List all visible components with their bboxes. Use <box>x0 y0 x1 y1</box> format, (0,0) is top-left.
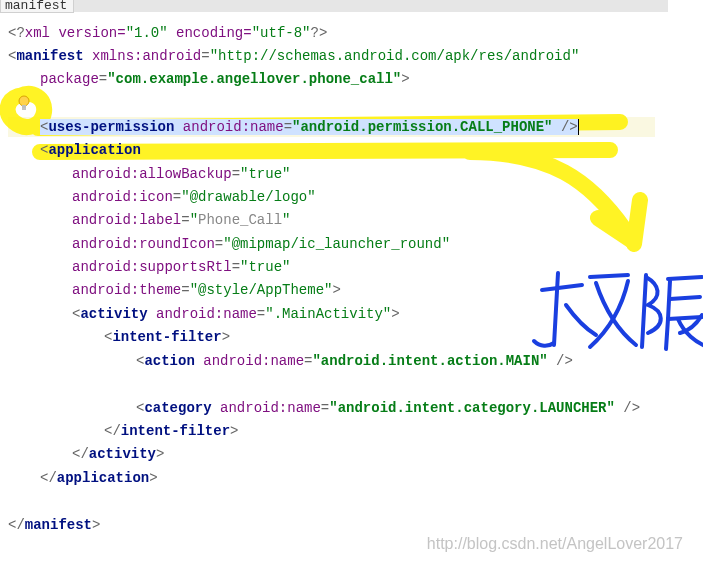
xml-declaration: <?xml version="1.0" encoding="utf-8"?> <box>8 22 327 45</box>
activity-open-tag: <activity android:name=".MainActivity"> <box>72 303 400 326</box>
svg-rect-1 <box>22 105 26 108</box>
uses-permission-line: <uses-permission android:name="android.p… <box>40 116 579 139</box>
manifest-open-tag: <manifest xmlns:android="http://schemas.… <box>8 45 579 68</box>
manifest-close: </manifest> <box>8 514 100 537</box>
attr-label: android:label="Phone_Call" <box>72 209 290 232</box>
activity-close: </activity> <box>72 443 164 466</box>
tab-bar <box>0 0 668 12</box>
text-caret <box>578 119 579 135</box>
svg-point-0 <box>19 96 29 106</box>
tab-label: manifest <box>5 0 67 13</box>
action-main: <action android:name="android.intent.act… <box>136 350 573 373</box>
attr-theme: android:theme="@style/AppTheme"> <box>72 279 341 302</box>
category-launcher: <category android:name="android.intent.c… <box>136 397 640 420</box>
watermark: http://blog.csdn.net/AngelLover2017 <box>427 535 683 553</box>
intent-filter-open: <intent-filter> <box>104 326 230 349</box>
intention-bulb-icon[interactable] <box>15 94 35 114</box>
application-open-tag: <application <box>40 139 141 162</box>
attr-supportsrtl: android:supportsRtl="true" <box>72 256 290 279</box>
manifest-package-attr: package="com.example.angellover.phone_ca… <box>40 68 410 91</box>
attr-roundicon: android:roundIcon="@mipmap/ic_launcher_r… <box>72 233 450 256</box>
application-close: </application> <box>40 467 158 490</box>
attr-allowbackup: android:allowBackup="true" <box>72 163 290 186</box>
tab-manifest[interactable]: manifest <box>0 0 74 13</box>
attr-icon: android:icon="@drawable/logo" <box>72 186 316 209</box>
intent-filter-close: </intent-filter> <box>104 420 238 443</box>
